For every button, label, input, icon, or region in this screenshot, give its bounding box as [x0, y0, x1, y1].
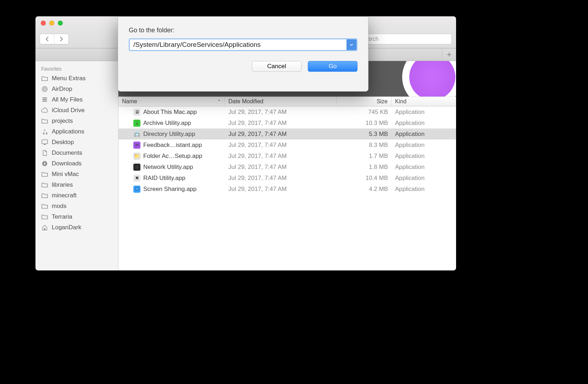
zoom-button[interactable]	[58, 21, 63, 26]
table-row[interactable]: ✖ RAID Utility.app Jul 29, 2017, 7:47 AM…	[118, 172, 456, 183]
column-headers: Name⌃ Date Modified Size Kind	[118, 97, 456, 106]
table-row[interactable]: 📇 Directory Utility.app Jul 29, 2017, 7:…	[118, 128, 456, 139]
sidebar-item-label: libraries	[52, 181, 73, 188]
app-icon: ✉	[133, 142, 140, 149]
column-size[interactable]: Size	[337, 97, 392, 106]
sidebar-item-all-my-files[interactable]: All My Files	[35, 94, 118, 105]
app-icon: ◉	[133, 164, 140, 171]
cell-date: Jul 29, 2017, 7:47 AM	[225, 186, 337, 193]
cell-kind: Application	[392, 186, 456, 193]
svg-rect-27	[43, 101, 47, 102]
path-input[interactable]	[130, 39, 346, 50]
sidebar-item-label: Applications	[52, 128, 84, 135]
sidebar-item-minecraft[interactable]: minecraft	[35, 190, 118, 201]
app-icon: 📇	[133, 131, 140, 138]
cloud-icon	[41, 107, 48, 114]
table-row[interactable]: 🖵 Screen Sharing.app Jul 29, 2017, 7:47 …	[118, 183, 456, 194]
cell-size: 10.4 MB	[337, 175, 392, 182]
cell-size: 1.7 MB	[337, 153, 392, 160]
sidebar-item-terraria[interactable]: Terraria	[35, 212, 118, 222]
folder-icon	[41, 203, 48, 209]
file-name: Directory Utility.app	[143, 131, 195, 138]
app-icon: ✖	[133, 175, 140, 182]
file-name: Archive Utility.app	[143, 120, 191, 127]
cell-date: Jul 29, 2017, 7:47 AM	[225, 131, 337, 138]
file-name: About This Mac.app	[143, 109, 197, 116]
sidebar-item-airdrop[interactable]: AirDrop	[35, 84, 118, 94]
path-history-dropdown[interactable]	[346, 39, 356, 50]
cell-name: ✖ RAID Utility.app	[118, 175, 225, 182]
sidebar-item-label: projects	[52, 117, 73, 125]
home-icon	[41, 224, 48, 231]
sidebar-item-mods[interactable]: mods	[35, 201, 118, 212]
sidebar-item-applications[interactable]: Applications	[35, 126, 118, 137]
sidebar-item-desktop[interactable]: Desktop	[35, 137, 118, 148]
svg-rect-29	[44, 144, 46, 145]
sidebar-item-projects[interactable]: projects	[35, 116, 118, 126]
sidebar-item-documents[interactable]: Documents	[35, 148, 118, 158]
table-row[interactable]: 📁 Folder Ac…Setup.app Jul 29, 2017, 7:47…	[118, 150, 456, 161]
sidebar-item-label: Desktop	[52, 139, 74, 146]
cell-size: 1.8 MB	[337, 164, 392, 171]
sidebar-item-menu-extras[interactable]: Menu Extras	[35, 73, 118, 84]
app-icon: ⇣	[133, 120, 140, 127]
window-body: Favorites Menu ExtrasAirDropAll My Files…	[35, 61, 456, 270]
go-button[interactable]: Go	[308, 61, 357, 72]
sidebar-item-label: minecraft	[52, 192, 77, 199]
folder-icon	[41, 182, 48, 188]
app-icon: 📁	[133, 153, 140, 160]
cancel-button[interactable]: Cancel	[252, 61, 301, 72]
sidebar-item-label: iCloud Drive	[52, 107, 85, 114]
cell-name: 🖥 About This Mac.app	[118, 109, 225, 116]
new-tab-button[interactable]: +	[442, 49, 456, 61]
column-date[interactable]: Date Modified	[225, 97, 337, 106]
sidebar-item-icloud-drive[interactable]: iCloud Drive	[35, 105, 118, 116]
nav-buttons	[40, 34, 69, 44]
minimize-button[interactable]	[49, 21, 54, 26]
back-button[interactable]	[40, 34, 54, 44]
main-pane: Directory Utility.app Name⌃ Date Modifie…	[118, 61, 456, 270]
forward-button[interactable]	[54, 34, 68, 44]
svg-rect-25	[43, 98, 47, 99]
cell-size: 745 KB	[337, 109, 392, 116]
close-button[interactable]	[41, 21, 46, 26]
table-row[interactable]: ⇣ Archive Utility.app Jul 29, 2017, 7:47…	[118, 117, 456, 128]
traffic-lights	[35, 21, 63, 26]
folder-icon	[41, 75, 48, 82]
documents-icon	[41, 150, 48, 156]
sort-indicator-icon: ⌃	[217, 99, 221, 104]
sidebar-item-label: mods	[52, 203, 67, 210]
cell-size: 10.3 MB	[337, 120, 392, 127]
cell-kind: Application	[392, 175, 456, 182]
table-row[interactable]: 🖥 About This Mac.app Jul 29, 2017, 7:47 …	[118, 106, 456, 117]
sidebar-item-label: Documents	[52, 149, 82, 157]
airdrop-icon	[41, 86, 48, 92]
sidebar-item-mini-vmac[interactable]: Mini vMac	[35, 169, 118, 180]
cell-kind: Application	[392, 131, 456, 138]
svg-rect-26	[43, 99, 47, 100]
column-name[interactable]: Name⌃	[118, 97, 225, 106]
cell-name: ⇣ Archive Utility.app	[118, 120, 225, 127]
downloads-icon	[41, 160, 48, 167]
cell-name: 📇 Directory Utility.app	[118, 131, 225, 138]
table-row[interactable]: ✉ Feedback…istant.app Jul 29, 2017, 7:47…	[118, 139, 456, 150]
cell-date: Jul 29, 2017, 7:47 AM	[225, 142, 337, 149]
cell-date: Jul 29, 2017, 7:47 AM	[225, 109, 337, 116]
folder-icon	[41, 192, 48, 199]
sidebar-item-logandark[interactable]: LoganDark	[35, 222, 118, 233]
table-row[interactable]: ◉ Network Utility.app Jul 29, 2017, 7:47…	[118, 161, 456, 172]
sidebar-item-label: Downloads	[52, 160, 82, 167]
column-kind[interactable]: Kind	[392, 97, 456, 106]
desktop-icon	[41, 139, 48, 146]
folder-icon	[41, 214, 48, 220]
cell-kind: Application	[392, 142, 456, 149]
cell-size: 4.2 MB	[337, 186, 392, 193]
app-icon: 🖵	[133, 186, 140, 193]
sidebar-item-libraries[interactable]: libraries	[35, 180, 118, 190]
file-name: Network Utility.app	[143, 164, 193, 171]
cell-kind: Application	[392, 164, 456, 171]
file-name: Feedback…istant.app	[143, 142, 202, 149]
sidebar-header-favorites: Favorites	[35, 64, 118, 73]
sidebar-item-downloads[interactable]: Downloads	[35, 158, 118, 169]
folder-icon	[41, 171, 48, 177]
